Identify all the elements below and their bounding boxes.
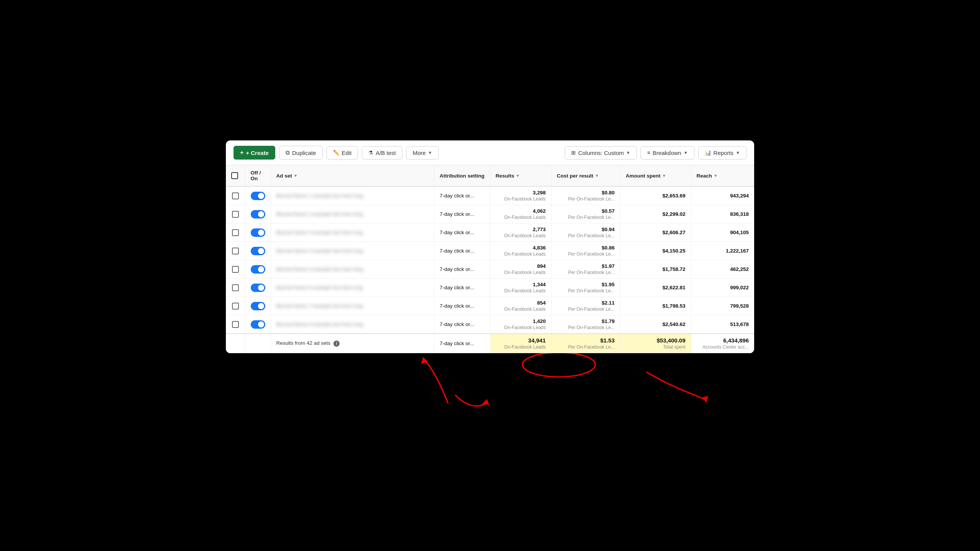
toggle[interactable] xyxy=(251,302,265,310)
row-reach-cell: 1,222,167 xyxy=(691,242,754,260)
row-adset-cell[interactable]: Blurred Name 5 example text here long xyxy=(271,260,434,279)
row-toggle-cell[interactable] xyxy=(245,279,271,297)
row-toggle-cell[interactable] xyxy=(245,242,271,260)
row-toggle-cell[interactable] xyxy=(245,223,271,242)
select-all-checkbox[interactable] xyxy=(231,172,238,179)
reach-sort-icon: ▼ xyxy=(714,173,718,178)
row-adset-cell[interactable]: Blurred Name 1 example text here long xyxy=(271,186,434,205)
toggle[interactable] xyxy=(251,284,265,292)
more-label: More xyxy=(413,150,426,156)
row-checkbox[interactable] xyxy=(232,229,239,236)
row-adset-cell[interactable]: Blurred Name 2 example text here long xyxy=(271,205,434,223)
adset-sort-icon: ▼ xyxy=(294,173,298,178)
row-cost-cell: $0.94 Per On-Facebook Le... xyxy=(551,223,620,242)
summary-attribution-cell: 7-day click or... xyxy=(434,334,490,353)
summary-label: Results from 42 ad sets xyxy=(276,340,331,346)
row-toggle-cell[interactable] xyxy=(245,260,271,279)
info-icon[interactable]: i xyxy=(333,341,340,347)
plus-icon: + xyxy=(240,149,243,156)
create-button[interactable]: + + Create xyxy=(234,146,275,160)
row-checkbox-cell[interactable] xyxy=(226,315,245,334)
row-checkbox[interactable] xyxy=(232,248,239,254)
ab-test-icon: ⚗ xyxy=(368,150,373,156)
reports-chevron-icon: ▼ xyxy=(736,150,740,155)
duplicate-label: Duplicate xyxy=(292,150,316,156)
toggle-thumb xyxy=(258,193,264,199)
row-checkbox-cell[interactable] xyxy=(226,186,245,205)
toggle[interactable] xyxy=(251,265,265,274)
row-checkbox-cell[interactable] xyxy=(226,242,245,260)
row-checkbox-cell[interactable] xyxy=(226,223,245,242)
results-header[interactable]: Results ▼ xyxy=(490,165,551,186)
row-checkbox[interactable] xyxy=(232,284,239,291)
more-button[interactable]: More ▼ xyxy=(406,146,439,160)
columns-button[interactable]: ⊞ Columns: Custom ▼ xyxy=(565,146,637,160)
summary-label-cell: Results from 42 ad sets i xyxy=(271,334,434,353)
row-toggle-cell[interactable] xyxy=(245,205,271,223)
toggle[interactable] xyxy=(251,210,265,218)
row-reach-cell: 462,252 xyxy=(691,260,754,279)
row-results-cell: 854 On-Facebook Leads xyxy=(490,297,551,315)
row-attribution-cell: 7-day click or... xyxy=(434,279,490,297)
row-adset-cell[interactable]: Blurred Name 4 example text here long xyxy=(271,242,434,260)
reach-header[interactable]: Reach ▼ xyxy=(691,165,754,186)
row-toggle-cell[interactable] xyxy=(245,186,271,205)
adset-header[interactable]: Ad set ▼ xyxy=(271,165,434,186)
toggle[interactable] xyxy=(251,247,265,255)
row-checkbox[interactable] xyxy=(232,211,239,218)
row-results-cell: 1,344 On-Facebook Leads xyxy=(490,279,551,297)
toolbar: + + Create ⧉ Duplicate ✏️ Edit ⚗ A/B tes… xyxy=(226,140,754,165)
annotation-layer xyxy=(226,353,754,411)
row-amount-cell: $4,150.25 xyxy=(620,242,691,260)
reports-button[interactable]: 📊 Reports ▼ xyxy=(698,146,746,160)
ab-test-button[interactable]: ⚗ A/B test xyxy=(362,146,402,160)
toggle[interactable] xyxy=(251,228,265,237)
row-adset-cell[interactable]: Blurred Name 7 example text here long xyxy=(271,297,434,315)
adset-name: Blurred Name 1 example text here long xyxy=(276,193,363,199)
row-reach-cell: 904,105 xyxy=(691,223,754,242)
toggle-thumb xyxy=(258,230,264,236)
row-checkbox-cell[interactable] xyxy=(226,260,245,279)
row-adset-cell[interactable]: Blurred Name 3 example text here long xyxy=(271,223,434,242)
adset-name: Blurred Name 7 example text here long xyxy=(276,303,363,309)
attribution-header: Attribution setting xyxy=(434,165,490,186)
svg-marker-2 xyxy=(702,396,708,403)
row-results-cell: 894 On-Facebook Leads xyxy=(490,260,551,279)
row-checkbox[interactable] xyxy=(232,321,239,328)
duplicate-icon: ⧉ xyxy=(286,149,290,156)
table-row: Blurred Name 6 example text here long7-d… xyxy=(226,279,754,297)
row-toggle-cell[interactable] xyxy=(245,315,271,334)
toggle[interactable] xyxy=(251,320,265,329)
row-checkbox-cell[interactable] xyxy=(226,297,245,315)
table-row: Blurred Name 7 example text here long7-d… xyxy=(226,297,754,315)
breakdown-button[interactable]: ≡ Breakdown ▼ xyxy=(640,146,694,160)
cost-per-result-header[interactable]: Cost per result ▼ xyxy=(551,165,620,186)
row-cost-cell: $1.97 Per On-Facebook Le... xyxy=(551,260,620,279)
amount-spent-header[interactable]: Amount spent ▼ xyxy=(620,165,691,186)
row-amount-cell: $2,299.02 xyxy=(620,205,691,223)
annotation-svg xyxy=(226,353,754,411)
columns-icon: ⊞ xyxy=(571,150,576,156)
row-amount-cell: $2,606.27 xyxy=(620,223,691,242)
row-checkbox-cell[interactable] xyxy=(226,205,245,223)
breakdown-chevron-icon: ▼ xyxy=(684,150,688,155)
row-reach-cell: 999,022 xyxy=(691,279,754,297)
row-checkbox[interactable] xyxy=(232,192,239,199)
adset-name: Blurred Name 8 example text here long xyxy=(276,321,363,327)
reports-icon: 📊 xyxy=(705,150,711,156)
row-checkbox-cell[interactable] xyxy=(226,279,245,297)
row-checkbox[interactable] xyxy=(232,266,239,273)
results-sort-icon: ▼ xyxy=(516,173,520,178)
summary-reach-cell: 6,434,896 Accounts Center acc... xyxy=(691,334,754,353)
row-adset-cell[interactable]: Blurred Name 6 example text here long xyxy=(271,279,434,297)
ad-sets-table: Off /On Ad set ▼ Attribution setting xyxy=(226,165,754,353)
cost-sort-icon: ▼ xyxy=(595,173,599,178)
row-toggle-cell[interactable] xyxy=(245,297,271,315)
edit-icon: ✏️ xyxy=(333,150,340,156)
row-checkbox[interactable] xyxy=(232,303,239,310)
toggle[interactable] xyxy=(251,192,265,200)
row-adset-cell[interactable]: Blurred Name 8 example text here long xyxy=(271,315,434,334)
checkbox-header[interactable] xyxy=(226,165,245,186)
edit-button[interactable]: ✏️ Edit xyxy=(327,146,358,160)
duplicate-button[interactable]: ⧉ Duplicate xyxy=(279,146,323,160)
